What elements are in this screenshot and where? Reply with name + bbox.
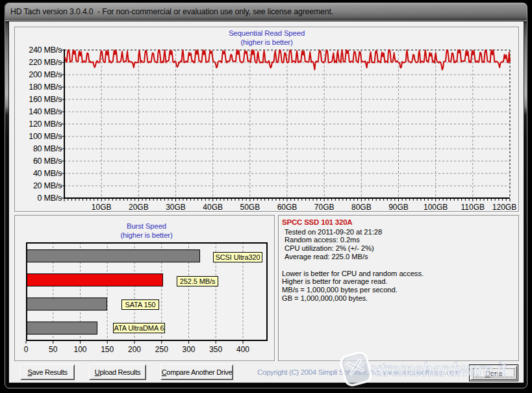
svg-text:90GB: 90GB bbox=[388, 203, 409, 211]
svg-text:40 MB/s: 40 MB/s bbox=[33, 169, 62, 178]
svg-text:100 MB/s: 100 MB/s bbox=[29, 132, 62, 141]
svg-text:40GB: 40GB bbox=[203, 203, 223, 211]
svg-text:0: 0 bbox=[24, 345, 29, 354]
svg-text:Burst Speed: Burst Speed bbox=[127, 222, 166, 230]
svg-text:10GB: 10GB bbox=[92, 203, 112, 211]
svg-text:20GB: 20GB bbox=[129, 203, 149, 211]
svg-text:240 MB/s: 240 MB/s bbox=[29, 45, 62, 55]
svg-text:200: 200 bbox=[128, 345, 141, 354]
svg-text:SATA 150: SATA 150 bbox=[125, 301, 155, 309]
svg-text:250: 250 bbox=[155, 345, 168, 354]
svg-text:30GB: 30GB bbox=[166, 203, 186, 211]
svg-text:150: 150 bbox=[101, 345, 114, 354]
svg-text:120 MB/s: 120 MB/s bbox=[29, 120, 62, 129]
svg-text:200 MB/s: 200 MB/s bbox=[29, 70, 62, 79]
svg-text:0 MB/s: 0 MB/s bbox=[38, 194, 62, 203]
svg-text:100GB: 100GB bbox=[424, 203, 448, 211]
svg-text:60 MB/s: 60 MB/s bbox=[33, 157, 62, 166]
svg-text:ATA UltraDMA 6: ATA UltraDMA 6 bbox=[114, 324, 164, 332]
svg-text:180 MB/s: 180 MB/s bbox=[29, 82, 62, 92]
svg-text:160 MB/s: 160 MB/s bbox=[29, 95, 62, 104]
svg-text:80 MB/s: 80 MB/s bbox=[33, 144, 62, 153]
svg-text:50: 50 bbox=[49, 345, 58, 354]
svg-text:60GB: 60GB bbox=[277, 203, 298, 211]
svg-text:80GB: 80GB bbox=[351, 203, 372, 211]
svg-text:252.5 MB/s: 252.5 MB/s bbox=[180, 277, 216, 285]
svg-text:300: 300 bbox=[182, 345, 195, 354]
svg-text:Sequential Read Speed: Sequential Read Speed bbox=[229, 29, 305, 37]
svg-text:(higher is better): (higher is better) bbox=[240, 38, 293, 46]
svg-text:100: 100 bbox=[73, 345, 86, 354]
svg-text:110GB: 110GB bbox=[461, 203, 485, 211]
svg-text:SCSI Ultra320: SCSI Ultra320 bbox=[215, 253, 260, 261]
svg-text:350: 350 bbox=[209, 345, 222, 354]
svg-text:220 MB/s: 220 MB/s bbox=[29, 58, 62, 67]
svg-text:70GB: 70GB bbox=[314, 203, 335, 211]
svg-text:120GB: 120GB bbox=[492, 203, 516, 211]
svg-text:400: 400 bbox=[236, 345, 249, 354]
svg-text:20 MB/s: 20 MB/s bbox=[33, 181, 62, 190]
svg-text:140 MB/s: 140 MB/s bbox=[29, 107, 62, 116]
svg-text:(higher is better): (higher is better) bbox=[120, 231, 173, 239]
svg-text:50GB: 50GB bbox=[240, 203, 260, 211]
